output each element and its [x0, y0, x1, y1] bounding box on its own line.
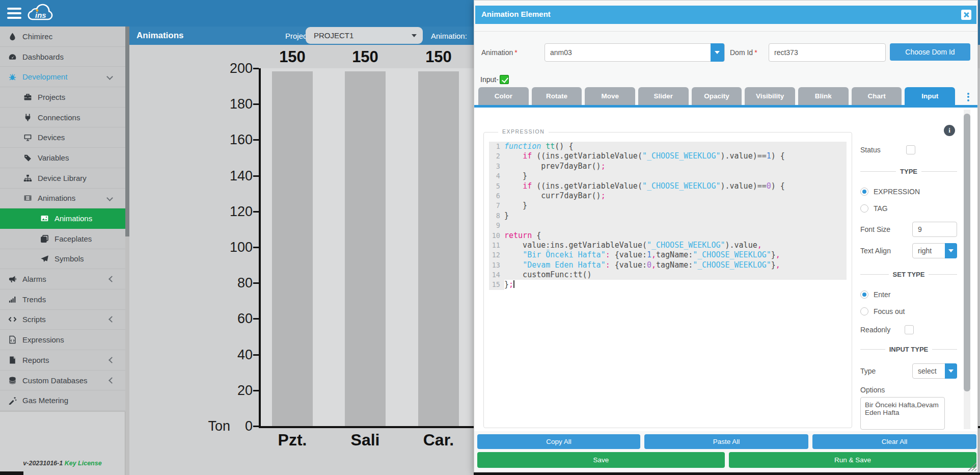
sidebar-item-device-library[interactable]: Device Library [0, 168, 125, 189]
version-number: v-20231016-1 [23, 460, 63, 467]
file-icon [8, 356, 17, 364]
code-line: 5 if ((ins.getVariableValue("_CHOOSE_WEE… [489, 181, 847, 191]
sidebar-item-gas-metering[interactable]: Gas Metering [0, 390, 125, 411]
tab-blink[interactable]: Blink [798, 87, 849, 105]
code-text: if ((ins.getVariableValue("_CHOOSE_WEEKL… [504, 151, 785, 161]
sidebar-item-custom-databases[interactable]: Custom Databases [0, 371, 125, 391]
clone-icon [40, 234, 49, 243]
project-select[interactable]: PROJECT1 [306, 27, 423, 44]
text-align-select[interactable]: right [912, 243, 957, 258]
y-tick-mark [253, 390, 259, 391]
tab-input[interactable]: Input [905, 87, 955, 105]
sidebar-item-connections[interactable]: Connections [0, 108, 125, 128]
radio-tag[interactable]: TAG [860, 204, 957, 213]
status-checkbox[interactable] [906, 145, 915, 154]
tab-chart[interactable]: Chart [852, 87, 902, 105]
y-tick-label: 140 [206, 168, 253, 184]
radio-expression[interactable]: EXPRESSION [860, 188, 957, 196]
save-button[interactable]: Save [477, 452, 725, 468]
close-icon[interactable] [961, 10, 971, 20]
bar-value-label: 150 [262, 48, 323, 66]
options-textarea[interactable]: Bir Önceki Hafta,Devam Eden Hafta [860, 397, 945, 430]
modal-title: Animation Element [481, 10, 551, 18]
ellipsis-icon[interactable] [967, 91, 969, 102]
hamburger-icon[interactable] [7, 8, 21, 19]
tab-slider[interactable]: Slider [638, 87, 689, 105]
sidebar-item-alarms[interactable]: Alarms [0, 269, 125, 289]
radio-enter[interactable]: Enter [860, 291, 957, 299]
tab-move[interactable]: Move [585, 87, 635, 105]
caret-down-icon[interactable] [711, 43, 724, 62]
sidebar-item-animations[interactable]: Animations [0, 189, 125, 209]
sidebar-item-symbols[interactable]: Symbols [0, 249, 125, 270]
code-icon [8, 315, 17, 324]
sidebar-item-scripts[interactable]: Scripts [0, 310, 125, 330]
radio-tag-label: TAG [874, 204, 888, 213]
modal-scrollbar[interactable] [964, 110, 970, 429]
line-number: 12 [489, 250, 504, 260]
code-line: 4 } [489, 171, 847, 181]
sidebar-item-label: Chimirec [22, 32, 52, 41]
sidebar-item-chimirec[interactable]: Chimirec [0, 27, 125, 47]
sidebar-item-expressions[interactable]: Expressions [0, 330, 125, 350]
radio-focus-out[interactable]: Focus out [860, 307, 957, 315]
radio-icon[interactable] [860, 204, 868, 213]
line-number: 13 [489, 260, 504, 270]
font-size-input[interactable] [912, 222, 957, 237]
code-text: value:ins.getVariableValue("_CHOOSE_WEEK… [504, 241, 762, 250]
sidebar-item-reports[interactable]: Reports [0, 350, 125, 371]
line-number: 1 [489, 142, 504, 151]
options-label: Options [860, 386, 957, 394]
sidebar-item-devices[interactable]: Devices [0, 127, 125, 148]
code-editor[interactable]: 1function tt() {2 if ((ins.getVariableVa… [489, 142, 847, 423]
line-number: 7 [489, 201, 504, 210]
paste-all-button[interactable]: Paste All [644, 434, 808, 449]
sidebar-scrollbar[interactable] [125, 27, 129, 475]
tab-color[interactable]: Color [478, 87, 529, 105]
radio-icon[interactable] [860, 307, 868, 315]
choose-dom-id-button[interactable]: Choose Dom Id [890, 43, 970, 61]
code-line: 11 value:ins.getVariableValue("_CHOOSE_W… [489, 241, 847, 250]
logo-text: ins [35, 11, 46, 19]
tab-visibility[interactable]: Visibility [745, 87, 795, 105]
input-type-value: select [918, 367, 937, 375]
y-tick-label: 20 [206, 383, 253, 399]
sidebar-item-development[interactable]: Development [0, 67, 125, 87]
radio-icon[interactable] [860, 188, 868, 196]
tab-rotate[interactable]: Rotate [532, 87, 582, 105]
code-text: function tt() { [504, 142, 573, 151]
sidebar-item-animations[interactable]: Animations [0, 208, 125, 229]
readonly-checkbox[interactable] [905, 325, 914, 334]
caret-down-icon[interactable] [945, 363, 957, 379]
radio-icon[interactable] [860, 291, 868, 299]
code-line: 6 curr7dayBar(); [489, 191, 847, 201]
info-icon[interactable]: i [944, 125, 955, 136]
status-label: Status [860, 146, 881, 154]
input-type-select[interactable]: select [912, 363, 957, 379]
tab-opacity[interactable]: Opacity [692, 87, 742, 105]
chevron-icon [108, 357, 115, 363]
sidebar-scrollbar-thumb[interactable] [125, 27, 129, 236]
dom-id-input[interactable] [769, 43, 886, 62]
run-save-button[interactable]: Run & Save [729, 452, 976, 468]
sidebar-item-label: Expressions [22, 335, 64, 344]
plug-icon [23, 113, 32, 122]
sidebar-item-variables[interactable]: Variables [0, 148, 125, 168]
code-text: customFunc:tt() [504, 270, 592, 280]
project-select-value: PROJECT1 [314, 31, 353, 40]
caret-down-icon[interactable] [945, 243, 957, 258]
type-section-label: TYPE [900, 168, 917, 175]
modal-header-divider [474, 31, 977, 32]
code-text: return { [504, 231, 541, 241]
sidebar-item-trends[interactable]: Trends [0, 289, 125, 310]
chevron-icon [106, 73, 113, 80]
sidebar-item-dashboards[interactable]: Dashboards [0, 47, 125, 67]
modal-scrollbar-thumb[interactable] [964, 114, 970, 391]
clear-all-button[interactable]: Clear All [812, 434, 976, 449]
copy-all-button[interactable]: Copy All [477, 434, 640, 449]
animation-select[interactable]: anm03 [545, 43, 725, 62]
sidebar-item-faceplates[interactable]: Faceplates [0, 229, 125, 249]
line-number: 4 [489, 171, 504, 181]
y-tick-label: 60 [206, 311, 253, 327]
sidebar-item-projects[interactable]: Projects [0, 87, 125, 108]
